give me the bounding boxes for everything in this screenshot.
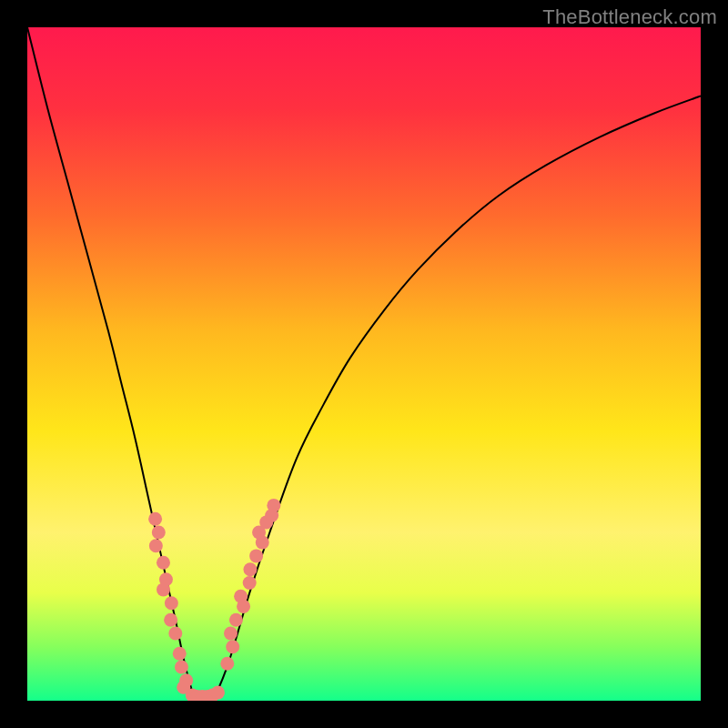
marker-dot (148, 512, 162, 526)
marker-dot (234, 590, 248, 603)
marker-dot (165, 596, 178, 610)
marker-dot (149, 539, 163, 552)
marker-dot (220, 657, 234, 671)
gradient-background (27, 27, 701, 701)
marker-dot (168, 627, 182, 641)
marker-dot (265, 509, 278, 522)
marker-dot (175, 661, 188, 674)
chart-svg (27, 27, 701, 701)
marker-dot (229, 613, 243, 627)
watermark-text: TheBottleneck.com (542, 5, 717, 29)
marker-dot (226, 640, 239, 653)
marker-dot (164, 613, 177, 627)
marker-dot (157, 556, 170, 570)
marker-dot (152, 526, 166, 540)
marker-dot (243, 562, 257, 576)
plot-area (27, 27, 701, 701)
chart-container: TheBottleneck.com (0, 0, 728, 728)
marker-dot (249, 549, 263, 562)
marker-dot (157, 582, 170, 596)
marker-dot (211, 686, 225, 700)
marker-dot (224, 627, 238, 641)
marker-dot (173, 647, 187, 661)
marker-dot (243, 576, 257, 590)
